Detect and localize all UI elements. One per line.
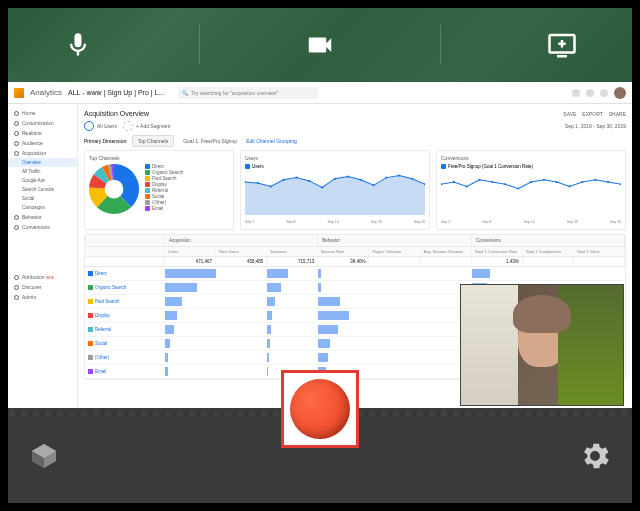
column-header[interactable]: Bounce Rate bbox=[318, 247, 369, 256]
sidebar-subitem[interactable]: Campaigns bbox=[8, 203, 77, 212]
microphone-icon[interactable] bbox=[58, 25, 98, 65]
svg-point-10 bbox=[308, 180, 310, 182]
column-header[interactable]: Users bbox=[165, 247, 216, 256]
svg-point-26 bbox=[517, 188, 519, 190]
legend-item: Email bbox=[145, 206, 183, 211]
legend-item: Paid Search bbox=[145, 176, 183, 181]
svg-point-15 bbox=[372, 184, 374, 186]
share-button[interactable]: SHARE bbox=[609, 111, 626, 117]
app-logo-icon[interactable] bbox=[28, 440, 60, 472]
record-button[interactable] bbox=[290, 379, 350, 439]
totals-cell bbox=[85, 257, 165, 266]
sidebar-subitem[interactable]: All Traffic bbox=[8, 167, 77, 176]
webcam-overlay[interactable] bbox=[460, 284, 624, 406]
export-button[interactable]: EXPORT bbox=[582, 111, 602, 117]
svg-point-18 bbox=[411, 178, 413, 180]
svg-point-11 bbox=[321, 187, 323, 189]
sidebar-subitem[interactable]: Overview bbox=[8, 158, 77, 167]
totals-cell: 458,485 bbox=[216, 257, 267, 266]
primary-dimension-label: Primary Dimension: bbox=[84, 138, 128, 144]
screen-share-icon[interactable] bbox=[542, 25, 582, 65]
divider bbox=[440, 25, 441, 65]
column-header[interactable]: Goal 1 Conversion Rate bbox=[472, 247, 523, 256]
sidebar-subitem[interactable]: Google Ads bbox=[8, 176, 77, 185]
tab-top-channels[interactable]: Top Channels bbox=[132, 135, 175, 147]
column-header[interactable]: Sessions bbox=[267, 247, 318, 256]
card-title: Conversions bbox=[441, 155, 621, 161]
svg-point-33 bbox=[607, 181, 609, 183]
svg-point-34 bbox=[620, 183, 621, 185]
notification-icon[interactable] bbox=[572, 89, 580, 97]
sidebar-item[interactable]: Conversions bbox=[8, 222, 77, 232]
users-card: Users Users Sep 2Sep 8Sep 14Sep 20Sep 26 bbox=[240, 150, 430, 230]
totals-cell: 1.43% bbox=[472, 257, 523, 266]
svg-point-17 bbox=[398, 174, 400, 176]
svg-point-28 bbox=[543, 179, 545, 181]
sidebar-footer-item[interactable]: Attribution BETA bbox=[8, 272, 77, 282]
svg-point-4 bbox=[105, 180, 124, 199]
svg-point-25 bbox=[504, 183, 506, 185]
recorder-bottom-bar bbox=[8, 408, 632, 503]
conversions-line-chart bbox=[441, 171, 621, 215]
sidebar-item[interactable]: Audience bbox=[8, 138, 77, 148]
column-header[interactable]: Goal 1 Completions bbox=[523, 247, 574, 256]
edit-channel-link[interactable]: Edit Channel Grouping bbox=[246, 138, 297, 144]
top-channels-card: Top Channels DirectOrganic SearchPaid Se… bbox=[84, 150, 234, 230]
svg-point-6 bbox=[257, 182, 259, 184]
add-segment-button[interactable]: + Add Segment bbox=[123, 121, 170, 131]
brand-label: Analytics bbox=[30, 88, 62, 97]
sidebar-item[interactable]: Realtime bbox=[8, 128, 77, 138]
pie-chart bbox=[89, 164, 139, 214]
legend-item: Social bbox=[145, 194, 183, 199]
legend-item: Organic Search bbox=[145, 170, 183, 175]
users-area-chart bbox=[245, 171, 425, 215]
record-button-frame bbox=[281, 370, 359, 448]
save-button[interactable]: SAVE bbox=[563, 111, 576, 117]
svg-point-29 bbox=[556, 181, 558, 183]
svg-point-21 bbox=[453, 181, 455, 183]
help-icon[interactable] bbox=[586, 89, 594, 97]
column-header[interactable]: Goal 1 Value bbox=[574, 247, 625, 256]
sidebar-subitem[interactable]: Search Console bbox=[8, 185, 77, 194]
sidebar-item[interactable]: Behavior bbox=[8, 212, 77, 222]
column-header[interactable]: Avg. Session Duration bbox=[421, 247, 472, 256]
totals-cell bbox=[421, 257, 472, 266]
svg-point-23 bbox=[478, 179, 480, 181]
sidebar-footer-item[interactable]: Admin bbox=[8, 292, 77, 302]
totals-cell bbox=[523, 257, 574, 266]
view-title[interactable]: ALL - www | Sign Up | Pro | L... bbox=[68, 89, 164, 96]
segment-all-users[interactable]: All Users bbox=[84, 121, 117, 131]
totals-cell bbox=[369, 257, 420, 266]
sidebar-footer-item[interactable]: Discover bbox=[8, 282, 77, 292]
col-group-conversions: Conversions bbox=[472, 235, 625, 246]
apps-icon[interactable] bbox=[600, 89, 608, 97]
sidebar-item[interactable]: Home bbox=[8, 108, 77, 118]
search-placeholder: Try searching for "acquisition overview" bbox=[191, 90, 278, 96]
settings-gear-icon[interactable] bbox=[578, 439, 612, 473]
svg-point-14 bbox=[360, 179, 362, 181]
video-camera-icon[interactable] bbox=[300, 25, 340, 65]
svg-point-24 bbox=[491, 181, 493, 183]
column-header[interactable]: Pages / Session bbox=[369, 247, 420, 256]
legend-item: Display bbox=[145, 182, 183, 187]
tab-goal-1[interactable]: Goal 1: Free/Pro Signup bbox=[178, 136, 242, 146]
ga-app-header: Analytics ALL - www | Sign Up | Pro | L.… bbox=[8, 82, 632, 104]
table-row[interactable]: Direct bbox=[85, 267, 625, 281]
column-header[interactable] bbox=[85, 247, 165, 256]
legend-item: Direct bbox=[145, 164, 183, 169]
sidebar-subitem[interactable]: Social bbox=[8, 194, 77, 203]
avatar[interactable] bbox=[614, 87, 626, 99]
column-header[interactable]: New Users bbox=[216, 247, 267, 256]
sidebar-item[interactable]: Acquisition bbox=[8, 148, 77, 158]
page-title: Acquisition Overview bbox=[84, 110, 149, 117]
svg-point-31 bbox=[581, 181, 583, 183]
svg-point-22 bbox=[466, 185, 468, 187]
totals-cell: 715,713 bbox=[267, 257, 318, 266]
search-input[interactable]: 🔍 Try searching for "acquisition overvie… bbox=[178, 87, 318, 99]
date-range-picker[interactable]: Sep 1, 2019 - Sep 30, 2019 bbox=[565, 123, 626, 129]
svg-point-32 bbox=[594, 179, 596, 181]
conversions-card: Conversions Free/Pro Signup (Goal 1 Conv… bbox=[436, 150, 626, 230]
sidebar-item[interactable]: Customization bbox=[8, 118, 77, 128]
col-group-acquisition: Acquisition bbox=[165, 235, 318, 246]
card-title: Users bbox=[245, 155, 425, 161]
